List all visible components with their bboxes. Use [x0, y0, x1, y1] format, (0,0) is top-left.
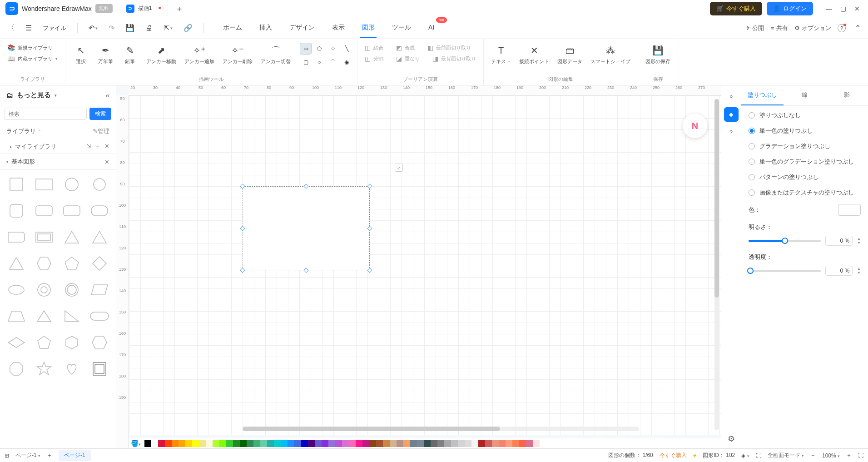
resize-handle-bl[interactable]: [240, 268, 245, 273]
color-swatch[interactable]: [369, 440, 376, 447]
color-swatch[interactable]: [512, 440, 519, 447]
tool-select[interactable]: ↖選択: [70, 43, 92, 67]
collapse-ribbon-button[interactable]: ⌃: [852, 22, 863, 34]
menu-tools[interactable]: ツール: [390, 18, 413, 38]
maximize-button[interactable]: ▢: [840, 5, 846, 12]
color-swatch[interactable]: [179, 440, 185, 447]
fill-option-image[interactable]: 画像またはテクスチャの塗りつぶし: [749, 189, 861, 197]
shape-heart[interactable]: [60, 358, 84, 380]
search-input[interactable]: [5, 108, 87, 120]
menu-design[interactable]: デザイン: [288, 18, 317, 38]
document-tab[interactable]: ⊃ 描画1 •: [120, 0, 168, 17]
publish-button[interactable]: ✈ 公開: [745, 24, 764, 32]
color-swatch[interactable]: [397, 440, 403, 447]
color-swatch[interactable]: [335, 440, 342, 447]
shape-hexagon3[interactable]: [88, 332, 111, 353]
shape-circle[interactable]: [60, 174, 84, 195]
builtin-library-button[interactable]: 📖内蔵ライブラリ▾: [5, 54, 60, 64]
add-tab-button[interactable]: ＋: [168, 3, 191, 14]
color-swatch[interactable]: [403, 440, 410, 447]
color-swatch[interactable]: [274, 440, 281, 447]
shape-ellipse[interactable]: [5, 279, 28, 301]
color-swatch[interactable]: [165, 440, 172, 447]
shape-donut[interactable]: [32, 279, 55, 301]
color-swatch[interactable]: [192, 440, 199, 447]
share-link-button[interactable]: 🔗: [181, 22, 195, 34]
canvas-h-scrollbar[interactable]: [243, 427, 639, 431]
add-page-button[interactable]: ＋: [47, 452, 52, 459]
tab-shadow[interactable]: 影: [826, 85, 868, 105]
rail-expand-button[interactable]: »: [724, 89, 739, 104]
shape-triangle[interactable]: [60, 226, 84, 248]
color-swatch[interactable]: [451, 440, 458, 447]
import-icon[interactable]: ⇲: [86, 143, 91, 151]
color-swatch[interactable]: [417, 440, 424, 447]
shape-donut2[interactable]: [60, 279, 84, 301]
color-swatch[interactable]: [247, 440, 253, 447]
fill-option-gradient[interactable]: グラデーション塗りつぶし: [749, 142, 861, 150]
shape-octagon[interactable]: [5, 358, 28, 380]
color-swatch[interactable]: [240, 440, 247, 447]
brightness-down[interactable]: ▼: [857, 241, 861, 245]
color-swatch[interactable]: [267, 440, 274, 447]
color-swatch[interactable]: [444, 440, 451, 447]
back-button[interactable]: 〈: [5, 21, 17, 35]
canvas[interactable]: ⤢ N: [129, 95, 721, 435]
color-swatch[interactable]: [281, 440, 288, 447]
fill-option-solid[interactable]: 単一色の塗りつぶし: [749, 127, 861, 135]
search-button[interactable]: 検索: [89, 108, 111, 120]
color-swatch[interactable]: [478, 440, 485, 447]
resize-handle-rm[interactable]: [367, 226, 372, 231]
bool-combine[interactable]: ◫結合: [362, 43, 386, 53]
shape-roundsq[interactable]: [5, 200, 28, 222]
tool-pencil[interactable]: ✎鉛筆: [119, 43, 141, 67]
brightness-up[interactable]: ▲: [857, 237, 861, 241]
menu-view[interactable]: 表示: [330, 18, 347, 38]
color-swatch[interactable]: [301, 440, 308, 447]
color-swatch[interactable]: [376, 440, 383, 447]
shape-line[interactable]: ╲: [341, 43, 352, 55]
resize-handle-tl[interactable]: [240, 184, 245, 189]
color-swatch[interactable]: [342, 440, 349, 447]
opacity-slider[interactable]: [749, 270, 821, 272]
shape-roundrect[interactable]: ▢: [300, 56, 312, 68]
tool-anchor-del[interactable]: ✧⁻アンカー削除: [220, 43, 255, 67]
color-swatch[interactable]: [506, 440, 512, 447]
shape-roundrect[interactable]: [32, 200, 55, 222]
color-swatch[interactable]: [485, 440, 492, 447]
status-buy-link[interactable]: 今すぐ購入: [660, 452, 687, 459]
shape-circle[interactable]: ○: [313, 56, 325, 68]
shape-rectangle[interactable]: ▭: [300, 43, 312, 55]
brightness-slider[interactable]: [749, 240, 821, 242]
shape-square[interactable]: [5, 174, 28, 195]
rail-fill-button[interactable]: ◆: [724, 107, 739, 122]
close-button[interactable]: ✕: [854, 5, 860, 12]
zoom-in-button[interactable]: ＋: [846, 452, 852, 459]
color-swatch[interactable]: [465, 440, 471, 447]
opacity-value[interactable]: 0 %: [825, 266, 853, 276]
undo-button[interactable]: ↶ ▾: [86, 22, 100, 34]
close-category-icon[interactable]: ✕: [104, 159, 109, 165]
resize-handle-lm[interactable]: [240, 226, 245, 231]
bool-back-cut[interactable]: ◨最背面切り取り: [430, 54, 479, 64]
shape-parallelogram[interactable]: [88, 279, 111, 301]
my-library-item[interactable]: ▸マイライブラリ ⇲ ＋ ✕: [0, 140, 116, 154]
resize-handle-tr[interactable]: [367, 184, 372, 189]
color-swatch[interactable]: [519, 440, 526, 447]
brightness-value[interactable]: 0 %: [825, 236, 853, 246]
canvas-v-scrollbar[interactable]: [714, 99, 719, 430]
remove-icon[interactable]: ✕: [104, 143, 109, 151]
color-swatch[interactable]: [206, 440, 213, 447]
page-layout-icon[interactable]: ⊞: [5, 452, 9, 459]
bool-split[interactable]: ◫分割: [362, 54, 386, 64]
color-swatch[interactable]: [151, 440, 158, 447]
fill-option-none[interactable]: 塗りつぶしなし: [749, 111, 861, 119]
color-swatch[interactable]: [315, 440, 322, 447]
shape-arc[interactable]: ⌒: [327, 56, 339, 68]
shape-hexagon[interactable]: [32, 253, 55, 274]
bool-front-cut[interactable]: ◧最前面切り取り: [425, 43, 474, 53]
color-swatch[interactable]: [158, 440, 165, 447]
new-library-button[interactable]: 📚新規ライブラリ: [5, 43, 55, 53]
color-swatch[interactable]: [213, 440, 219, 447]
shape-star[interactable]: ☆: [327, 43, 339, 55]
